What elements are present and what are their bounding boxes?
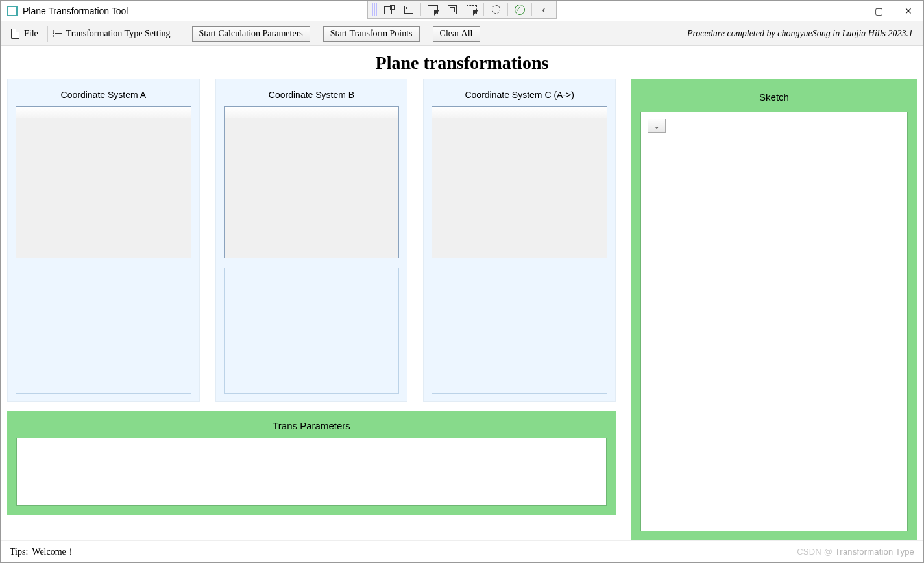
window-controls: ― ▢ ✕ [834,1,923,21]
coord-b-title: Coordinate System B [224,86,400,106]
hot-reload-status-icon[interactable]: ✓ [510,2,529,18]
separator [531,3,532,16]
record-icon[interactable] [399,2,419,18]
tips-label: Tips: [10,547,28,557]
menu-type-setting-label: Transformation Type Setting [66,29,171,39]
sketch-dropdown[interactable]: ⌄ [648,119,666,133]
start-transform-points-button[interactable]: Start Transform Points [323,26,420,42]
columns: Coordinate System A Coordinate System B … [7,79,917,540]
statusbar: Tips: Welcome！ CSDN @ Transformation Typ… [1,540,923,562]
trans-parameters-textbox[interactable] [16,438,607,506]
tips-value: Welcome！ [32,546,75,558]
window-title: Plane Transformation Tool [23,6,128,16]
select-element-icon[interactable] [423,2,443,18]
adorner-select-icon[interactable] [380,2,399,18]
coord-c-datagrid[interactable] [432,106,607,258]
start-calculation-parameters-button[interactable]: Start Calculation Parameters [192,26,310,42]
page-title: Plane transformations [7,49,917,79]
clear-all-button[interactable]: Clear All [433,26,480,42]
separator [420,3,421,16]
right-column: Sketch ⌄ [631,79,917,540]
maximize-button[interactable]: ▢ [864,1,894,21]
chevron-down-icon: ⌄ [654,123,659,130]
dev-inspector-toolbar: ✓ ‹ [367,1,557,19]
layout-adorner-icon[interactable] [462,2,481,18]
collapse-toolbar-icon[interactable]: ‹ [534,2,553,18]
grip-icon[interactable] [371,3,377,16]
coord-c-title: Coordinate System C (A->) [432,86,607,106]
coord-a-title: Coordinate System A [16,86,191,106]
separator [483,3,484,16]
coordinate-system-c-panel: Coordinate System C (A->) [423,79,616,402]
titlebar: Plane Transformation Tool ✓ ‹ ― ▢ ✕ [1,1,923,21]
minimize-button[interactable]: ― [834,1,864,21]
main-area: Plane transformations Coordinate System … [1,46,923,540]
trans-parameters-title: Trans Parameters [16,418,607,438]
menubar: File Transformation Type Setting Start C… [1,21,923,46]
coord-b-textbox[interactable] [224,268,400,394]
toolbar-buttons: Start Calculation Parameters Start Trans… [180,23,484,44]
sketch-panel: Sketch ⌄ [631,79,917,540]
trans-parameters-panel: Trans Parameters [7,411,616,515]
hot-reload-target-icon[interactable] [486,2,505,18]
menu-file[interactable]: File [6,26,42,42]
credit-text: Procedure completed by chongyueSong in L… [687,29,918,39]
watermark-prefix: CSDN @ [797,547,833,557]
document-icon [10,29,20,39]
coordinate-system-b-panel: Coordinate System B [215,79,408,402]
separator [507,3,508,16]
left-column: Coordinate System A Coordinate System B … [7,79,616,540]
coord-a-datagrid[interactable] [16,106,191,258]
coord-b-datagrid[interactable] [224,106,400,258]
status-right: CSDN @ Transformation Type [797,547,914,557]
coordinate-system-a-panel: Coordinate System A [7,79,200,402]
transformation-type-status: Transformation Type [835,547,914,557]
coord-a-textbox[interactable] [16,268,191,394]
coord-c-textbox[interactable] [432,268,607,394]
focus-rect-icon[interactable] [443,2,462,18]
sketch-canvas[interactable]: ⌄ [640,112,908,531]
app-icon [7,6,18,16]
menu-file-label: File [24,29,38,39]
close-button[interactable]: ✕ [894,1,923,21]
list-icon [52,29,62,39]
coordinate-panels-row: Coordinate System A Coordinate System B … [7,79,616,402]
menu-transformation-type-setting[interactable]: Transformation Type Setting [47,26,175,42]
sketch-title: Sketch [640,85,908,112]
